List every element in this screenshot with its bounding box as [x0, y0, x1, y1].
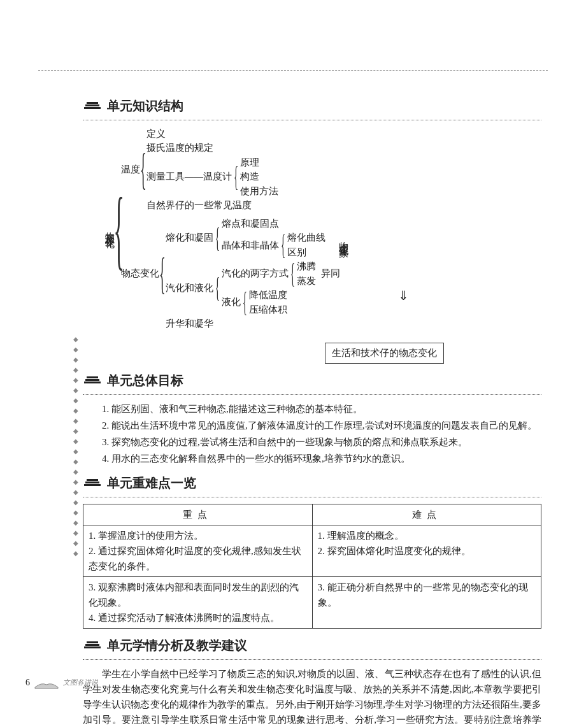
leaf: 液化 — [222, 295, 241, 309]
svg-rect-1 — [85, 104, 99, 106]
goal-item: 3. 探究物态变化的过程,尝试将生活和自然中的一些现象与物质的熔点和沸点联系起来… — [83, 434, 541, 450]
brace-icon: { — [140, 147, 146, 192]
section-divider — [83, 497, 541, 497]
open-book-icon — [34, 676, 59, 690]
table-row: 重点 难点 — [83, 504, 541, 525]
svg-rect-8 — [87, 479, 98, 481]
difficulty-table: 重点 难点 1. 掌握温度计的使用方法。 2. 通过探究固体熔化时温度的变化规律… — [83, 504, 541, 629]
brace-icon: { — [159, 252, 166, 296]
cell-text: 3. 观察沸腾时液体内部和表面同时发生的剧烈的汽化现象。 — [89, 580, 307, 610]
leaf: 异同 — [321, 266, 340, 280]
svg-rect-7 — [85, 482, 99, 483]
svg-rect-9 — [84, 646, 101, 648]
svg-rect-10 — [85, 644, 99, 646]
goal-item: 4. 用水的三态变化解释自然界中的一些水的循环现象,培养节约水的意识。 — [83, 451, 541, 466]
leaf: 沸腾 — [297, 259, 316, 273]
leaf: 蒸发 — [297, 274, 316, 288]
cell-text: 1. 掌握温度计的使用方法。 — [89, 528, 307, 543]
brace-icon: { — [215, 274, 220, 302]
leaf: 压缩体积 — [249, 303, 287, 317]
books-icon — [83, 373, 103, 388]
temp-label: 温度 — [121, 162, 140, 177]
svg-rect-2 — [87, 102, 98, 104]
leaf: 熔化和凝固 — [166, 231, 213, 245]
side-label: 物态变化现象 — [336, 234, 350, 242]
books-icon — [83, 638, 103, 653]
goal-item: 1. 能区别固、液和气三种物态,能描述这三种物态的基本特征。 — [83, 401, 541, 417]
col-header-focus: 重点 — [83, 504, 313, 525]
books-icon — [83, 98, 103, 113]
section-header-difficulty: 单元重难点一览 — [83, 473, 541, 493]
page-footer: 6 文图各讲说 — [25, 676, 98, 690]
table-row: 3. 观察沸腾时液体内部和表面同时发生的剧烈的汽化现象。 4. 通过探究活动了解… — [83, 576, 541, 628]
page-number: 6 — [25, 676, 30, 690]
svg-rect-4 — [85, 379, 99, 381]
section-header-advice: 单元学情分析及教学建议 — [83, 635, 541, 655]
cell-text: 2. 探究固体熔化时温度变化的规律。 — [318, 543, 536, 559]
margin-ornament: ◆◆◆◆◆◆◆◆◆◆◆◆◆◆◆◆◆◆◆◆◆◆ — [73, 334, 78, 559]
section-title: 单元重难点一览 — [107, 473, 196, 493]
brace-icon: { — [290, 260, 295, 288]
leaf: 晶体和非晶体 — [222, 238, 279, 252]
leaf: 汽化的两字方式 — [222, 266, 289, 280]
leaf: 自然界仔的一些常见温度 — [146, 198, 278, 212]
section-title: 单元总体目标 — [107, 370, 183, 390]
section-divider — [83, 120, 541, 120]
page-top-dash — [38, 70, 548, 71]
books-icon — [83, 475, 103, 490]
svg-rect-5 — [87, 376, 98, 378]
knowledge-diagram: 物态及其变化 { 温度 { 定义 摄氏温度的规定 测量工具——温度计 { 原理 … — [102, 127, 541, 364]
section-title: 单元学情分析及教学建议 — [107, 635, 247, 655]
leaf: 构造 — [240, 169, 278, 183]
goal-item: 2. 能说出生活环境中常见的温度值,了解液体温度计的工作原理,尝试对环境温度的问… — [83, 418, 541, 433]
section-divider — [83, 659, 541, 660]
svg-rect-11 — [87, 641, 98, 643]
goals-list: 1. 能区别固、液和气三种物态,能描述这三种物态的基本特征。 2. 能说出生活环… — [83, 401, 541, 466]
arrow-down-icon: ⇓ — [398, 289, 409, 302]
svg-rect-6 — [84, 484, 101, 486]
leaf: 定义 — [146, 127, 278, 141]
leaf: 熔点和凝固点 — [222, 217, 325, 231]
leaf: 降低温度 — [249, 288, 287, 302]
leaf: 汽化和液化 — [166, 281, 213, 295]
change-label: 物态变化 — [121, 266, 159, 281]
brace-icon: { — [281, 231, 285, 259]
section-title: 单元知识结构 — [107, 96, 183, 116]
table-row: 1. 掌握温度计的使用方法。 2. 通过探究固体熔化时温度的变化规律,感知发生状… — [83, 525, 541, 576]
brace-icon: { — [113, 184, 124, 273]
svg-rect-3 — [84, 382, 101, 383]
section-divider — [83, 394, 541, 395]
leaf: 熔化曲线 — [287, 231, 325, 245]
result-box: 生活和技术仔的物态变化 — [325, 343, 444, 364]
cell-text: 4. 通过探究活动了解液体沸腾时的温度特点。 — [89, 610, 307, 625]
leaf: 原理 — [240, 155, 278, 169]
brace-icon: { — [234, 163, 238, 191]
leaf: 测量工具——温度计 — [146, 169, 232, 183]
brace-icon: { — [215, 224, 220, 252]
analysis-paragraph: 学生在小学自然中已经学习了物质三态的知识,对物质的以固、液、气三种状态存在也有了… — [83, 666, 541, 728]
footer-label: 文图各讲说 — [63, 677, 98, 689]
leaf: 升华和凝华 — [166, 317, 350, 331]
col-header-difficulty: 难点 — [312, 504, 541, 525]
section-header-goals: 单元总体目标 — [83, 370, 541, 390]
leaf: 摄氏温度的规定 — [146, 141, 278, 155]
brace-icon: { — [243, 289, 247, 317]
svg-rect-0 — [84, 107, 101, 109]
section-header-structure: 单元知识结构 — [83, 96, 541, 116]
cell-text: 3. 能正确分析自然界中的一些常见的物态变化的现象。 — [318, 580, 536, 610]
leaf: 使用方法 — [240, 184, 278, 198]
cell-text: 1. 理解温度的概念。 — [318, 528, 536, 543]
cell-text: 2. 通过探究固体熔化时温度的变化规律,感知发生状态变化的条件。 — [89, 543, 307, 574]
